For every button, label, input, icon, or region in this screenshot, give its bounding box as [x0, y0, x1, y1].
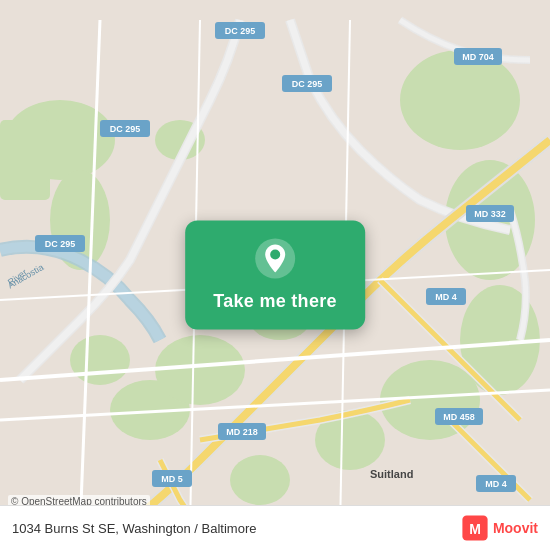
- svg-text:Suitland: Suitland: [370, 468, 413, 480]
- info-bar: 1034 Burns St SE, Washington / Baltimore…: [0, 505, 550, 550]
- svg-point-10: [70, 335, 130, 385]
- svg-text:MD 704: MD 704: [462, 52, 494, 62]
- moovit-text: Moovit: [493, 520, 538, 536]
- svg-text:MD 4: MD 4: [435, 292, 457, 302]
- map-container: Anacostia River: [0, 0, 550, 550]
- svg-text:M: M: [469, 521, 481, 537]
- svg-rect-2: [0, 120, 50, 200]
- svg-point-11: [155, 335, 245, 405]
- green-panel[interactable]: Take me there: [185, 221, 365, 330]
- svg-text:MD 332: MD 332: [474, 209, 506, 219]
- address-text: 1034 Burns St SE, Washington / Baltimore: [12, 521, 256, 536]
- take-me-there-container[interactable]: Take me there: [185, 221, 365, 330]
- svg-text:DC 295: DC 295: [45, 239, 76, 249]
- svg-text:MD 5: MD 5: [161, 474, 183, 484]
- svg-text:DC 295: DC 295: [110, 124, 141, 134]
- svg-point-8: [230, 455, 290, 505]
- svg-text:MD 458: MD 458: [443, 412, 475, 422]
- svg-text:MD 218: MD 218: [226, 427, 258, 437]
- take-me-there-button[interactable]: Take me there: [213, 291, 337, 312]
- location-pin-icon: [253, 237, 297, 281]
- svg-text:DC 295: DC 295: [292, 79, 323, 89]
- svg-point-46: [270, 250, 280, 260]
- moovit-icon: M: [461, 514, 489, 542]
- svg-text:MD 4: MD 4: [485, 479, 507, 489]
- moovit-logo: M Moovit: [461, 514, 538, 542]
- svg-text:DC 295: DC 295: [225, 26, 256, 36]
